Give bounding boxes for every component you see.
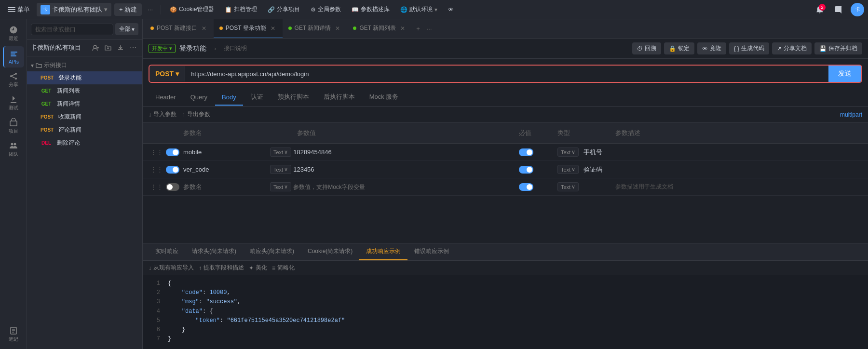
import-params-button[interactable]: ↓ 导入参数 [149,110,176,119]
menu-button[interactable]: 菜单 [4,3,34,16]
resp-tab-realtime[interactable]: 实时响应 [149,243,185,260]
toggle-1[interactable] [166,148,179,156]
more-tree-btn[interactable]: ⋯ [128,42,138,53]
tab-post-script[interactable]: 后执行脚本 [317,89,362,106]
sidebar-item-test[interactable]: 测试 [3,93,24,114]
tab-close-news-list[interactable]: ✕ [399,25,407,32]
chat-button[interactable] [830,3,847,16]
toggle-2[interactable] [166,166,179,174]
sidebar-item-note[interactable]: 笔记 [3,324,24,345]
api-note-link[interactable]: 接口说明 [224,44,247,53]
resp-tab-resp-header[interactable]: 响应头(尚未请求) [243,243,301,260]
toggle-cell-2[interactable] [164,163,181,176]
toggle-3[interactable] [166,183,179,191]
param-name-1[interactable] [181,146,268,159]
export-params-button[interactable]: ↑ 导出参数 [182,110,210,119]
global-params-button[interactable]: ⚙ 全局参数 [307,3,345,15]
extract-fields-button[interactable]: ↑ 提取字段和描述 [199,264,244,272]
eye-button[interactable]: 👁 [444,4,458,15]
team-selector[interactable]: 卡 卡俄斯的私有团队 ▾ [37,3,111,16]
url-input[interactable] [185,67,828,81]
simplify-button[interactable]: ≡ 简略化 [272,264,295,272]
send-button[interactable]: 发送 [828,66,861,82]
filter-button[interactable]: 全部 ▾ [115,23,138,35]
resp-tab-cookie[interactable]: Cookie(尚未请求) [301,243,359,260]
tab-more-button[interactable]: ··· [424,19,435,39]
tab-mock[interactable]: Mock 服务 [363,89,406,106]
api-desc-button[interactable]: 📖 参数描述库 [348,3,393,15]
sidebar-item-apis[interactable]: APIs [3,46,24,67]
param-value-input-3[interactable] [293,184,515,190]
env-button[interactable]: 🌐 默认环境 ▾ [396,3,441,15]
download-tree-btn[interactable] [115,42,126,53]
tab-header[interactable]: Header [149,90,183,106]
toggle-cell-1[interactable] [164,146,181,159]
param-desc-1[interactable] [613,149,862,155]
param-name-input-3[interactable] [183,183,266,190]
share-doc-button[interactable]: ↗ 分享文档 [772,42,812,54]
resp-tab-req-header[interactable]: 请求头(尚未请求) [185,243,243,260]
param-name-input-1[interactable] [183,148,266,156]
tab-news-list[interactable]: GET 新闻列表 ✕ [347,19,412,39]
type-select-2[interactable]: Text ∨ [557,165,579,174]
tab-query[interactable]: Query [184,90,214,106]
param-desc-2[interactable] [613,167,862,173]
beautify-button[interactable]: ✦ 美化 [249,264,267,272]
resp-tab-error[interactable]: 错误响应示例 [407,243,456,260]
tab-close-news-detail[interactable]: ✕ [334,25,341,32]
add-folder-tree-btn[interactable] [103,42,113,53]
sidebar-item-team[interactable]: 团队 [3,139,24,160]
tab-add-button[interactable]: + [412,19,424,39]
search-input[interactable] [31,24,113,35]
tab-new-api[interactable]: POST 新建接口 ✕ [145,19,214,39]
param-required-1[interactable] [517,146,556,159]
required-toggle-3[interactable] [519,183,533,191]
gen-code-button[interactable]: { } 生成代码 [729,42,769,54]
tree-item-news-detail[interactable]: GET 新闻详情 [27,97,142,110]
sidebar-item-project[interactable]: 项目 [3,116,24,137]
param-name-2[interactable] [181,163,268,176]
tree-group-header[interactable]: ▾ 示例接口 [27,59,142,71]
tab-close-login[interactable]: ✕ [269,25,277,32]
add-user-tree-btn[interactable] [90,42,101,53]
file-manager-button[interactable]: 📋 扫档管理 [221,3,261,15]
type-select-1[interactable]: Text ∨ [557,148,579,157]
lock-button[interactable]: 🔒 锁定 [664,42,694,54]
param-value-input-2[interactable] [293,166,515,173]
multipart-link[interactable]: multipart [840,111,862,118]
value-type-select-1[interactable]: Text ∨ [270,148,291,157]
env-badge[interactable]: 开发中 ▾ [149,44,176,53]
tree-item-comment-news[interactable]: POST 评论新闻 [27,123,142,136]
save-archive-button[interactable]: 💾 保存并归档 [814,42,862,54]
param-required-3[interactable] [517,180,556,194]
param-name-input-2[interactable] [183,166,266,173]
tree-item-news-list[interactable]: GET 新闻列表 [27,84,142,97]
tab-pre-script[interactable]: 预执行脚本 [271,89,316,106]
notification-button[interactable]: 2 [813,3,827,16]
method-select[interactable]: POST ▾ [149,66,185,81]
tree-item-login[interactable]: POST 登录功能 [27,71,142,84]
tab-body[interactable]: Body [215,90,243,106]
toggle-cell-3[interactable] [164,180,181,194]
value-type-select-2[interactable]: Text ∨ [270,165,291,174]
sidebar-item-share[interactable]: 分享 [3,69,24,91]
tree-item-fav-news[interactable]: POST 收藏新闻 [27,110,142,123]
sidebar-item-recent[interactable]: 最近 [3,23,24,44]
tab-login[interactable]: POST 登录功能 ✕ [214,19,283,39]
tree-item-delete-comment[interactable]: DEL 删除评论 [27,136,142,149]
resp-tab-success[interactable]: 成功响应示例 [359,243,407,260]
more-button[interactable]: ··· [145,4,156,15]
tab-close-new-api[interactable]: ✕ [200,25,208,32]
preview-button[interactable]: 👁 竟隆 [697,42,726,54]
import-from-current-button[interactable]: ↓ 从现有响应导入 [149,264,194,272]
param-name-3[interactable] [181,180,268,193]
param-desc-3[interactable]: 参数描述用于生成文档 [613,180,862,194]
required-toggle-1[interactable] [519,148,533,156]
type-select-3[interactable]: Text ∨ [557,182,579,191]
param-value-input-1[interactable] [293,148,515,156]
new-button[interactable]: + 新建 [114,3,142,16]
share-project-button[interactable]: 🔗 分享项目 [264,3,304,15]
param-required-2[interactable] [517,163,556,176]
save-version-button[interactable]: ⏱ 回溯 [632,42,661,54]
value-type-select-3[interactable]: Text ∨ [270,182,291,191]
